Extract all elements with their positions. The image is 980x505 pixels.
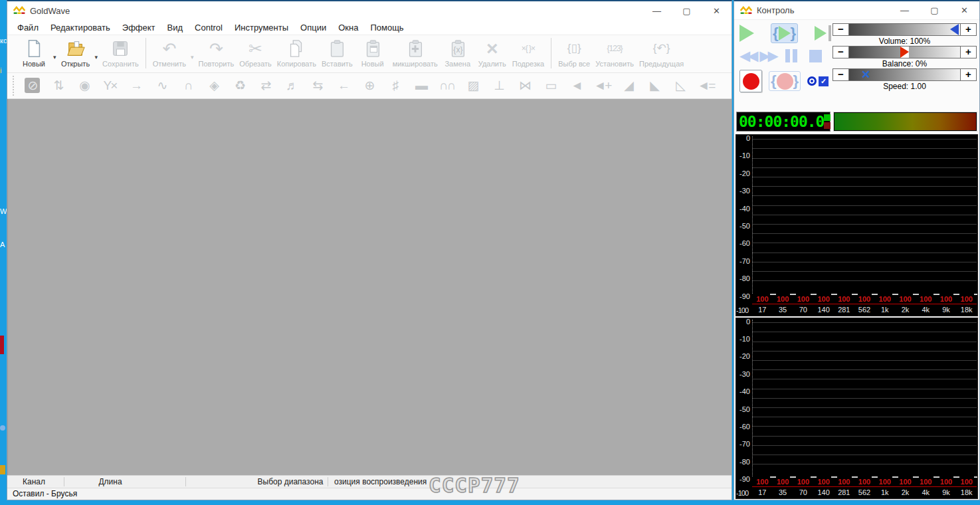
interpolate-icon[interactable]: ⇄ [252, 73, 278, 98]
smoother-icon[interactable]: ▭ [538, 73, 563, 98]
silence-icon[interactable]: ⊥ [486, 73, 512, 98]
rewind-icon[interactable]: ◀◀ [739, 47, 755, 64]
volume-slider: −+Volume: 100% [833, 23, 977, 46]
select-all-button[interactable]: {▯}Выбр все [555, 37, 593, 68]
mix-paste-button[interactable]: микшировать [390, 37, 441, 68]
stop-icon[interactable] [809, 50, 822, 62]
dropdown-arrow-icon[interactable]: ▾ [93, 54, 100, 60]
paste-button[interactable]: Вставить [319, 37, 355, 68]
volume-slider-track[interactable] [849, 23, 960, 36]
volume-slider-thumb[interactable] [950, 24, 959, 35]
menu-item-control[interactable]: Control [189, 21, 229, 35]
frequency-tick-label: 17 [752, 488, 773, 498]
svg-text:{x}: {x} [453, 45, 462, 54]
volume-icon[interactable]: ◄ [563, 73, 589, 98]
maximize-icon[interactable]: ▢ [672, 1, 702, 20]
main-titlebar[interactable]: GoldWave — ▢ ✕ [7, 1, 732, 20]
close-icon[interactable]: ✕ [949, 1, 979, 19]
fast-forward-icon[interactable]: ▶▶ [759, 47, 775, 64]
match-volume-icon[interactable]: ◺ [667, 73, 693, 98]
shift-left-icon[interactable]: ← [330, 73, 356, 98]
save-floppy-button[interactable]: Сохранить [100, 37, 142, 68]
close-icon[interactable]: ✕ [702, 1, 732, 20]
replace-button[interactable]: {x}Замена [441, 37, 475, 68]
menu-item-view[interactable]: Вид [161, 21, 189, 35]
right-brace-icon: } [793, 72, 799, 90]
balance-decrease-button[interactable]: − [833, 46, 849, 58]
new-file-button[interactable]: Новый [17, 37, 51, 68]
mechanize-icon[interactable]: ◈ [201, 73, 227, 98]
volume-decrease-button[interactable]: − [833, 23, 849, 36]
menu-item-file[interactable]: Файл [11, 21, 45, 35]
speed-decrease-button[interactable]: − [833, 68, 849, 81]
delete-button[interactable]: ×Удалить [475, 37, 510, 68]
toolbar-button-label: Замена [444, 60, 470, 68]
trim-button[interactable]: ×{ }×Подрезка [510, 37, 547, 68]
expression-icon[interactable]: Y× [97, 73, 123, 98]
menu-item-tools[interactable]: Инструменты [229, 21, 294, 35]
flanger-icon[interactable]: ∿ [149, 73, 175, 98]
maximize-icon[interactable]: ▢ [920, 1, 949, 19]
cut-scissors-button[interactable]: ✂Обрезать [237, 37, 274, 68]
compressor-icon[interactable]: ▬ [408, 73, 434, 98]
play-icon[interactable] [739, 25, 754, 42]
frequency-tick-label: 9k [936, 305, 957, 315]
record-icon[interactable] [739, 70, 762, 92]
dropdown-arrow-icon[interactable]: ▾ [51, 54, 58, 60]
menu-item-effect[interactable]: Эффект [116, 21, 161, 35]
minimize-icon[interactable]: — [890, 1, 920, 19]
change-volume-icon[interactable]: ◄+ [589, 73, 615, 98]
play-selection-icon[interactable]: { } [771, 23, 798, 43]
gate-icon[interactable]: ∩∩ [434, 73, 460, 98]
toolbar-button-label: Новый [361, 60, 384, 68]
open-folder-button[interactable]: Открыть [58, 37, 93, 68]
disable-effect-icon[interactable]: ⊘ [19, 73, 45, 98]
menu-item-options[interactable]: Опции [294, 21, 332, 35]
redo-button[interactable]: ↷Повторить [196, 37, 237, 68]
speed-slider-thumb[interactable]: ✕ [861, 69, 870, 80]
db-tick-label: 0 [746, 135, 750, 142]
minimize-icon[interactable]: — [642, 1, 672, 20]
peak-hold-tick [974, 476, 978, 478]
adjust-channels-icon[interactable]: ⇅ [45, 73, 71, 98]
paste-new-button[interactable]: Новый [355, 37, 390, 68]
doppler-icon[interactable]: ◉ [71, 73, 97, 98]
record-selection-icon[interactable]: { } [769, 71, 801, 91]
balance-slider-thumb[interactable] [900, 47, 909, 58]
offset-icon[interactable]: → [123, 73, 149, 98]
playlist-score-icon[interactable]: ♬ [278, 73, 304, 98]
speed-increase-button[interactable]: + [960, 68, 977, 81]
previous-selection-button[interactable]: {↶}Предыдущая [637, 37, 686, 68]
reverse-icon[interactable]: ∩ [175, 73, 201, 98]
menu-item-windows[interactable]: Окна [332, 21, 364, 35]
pop-removal-icon[interactable]: ⋈ [512, 73, 538, 98]
pause-icon[interactable] [785, 49, 797, 62]
fade-out-icon[interactable]: ◣ [641, 73, 667, 98]
db-tick-label: -30 [739, 187, 750, 195]
copy-button[interactable]: Копировать [274, 37, 319, 68]
noise-reduction-icon[interactable]: ▨ [460, 73, 486, 98]
set-selection-icon: {123} [603, 37, 626, 59]
control-titlebar[interactable]: Контроль — ▢ ✕ [734, 1, 979, 20]
pitch-icon[interactable]: ⊕ [356, 73, 382, 98]
play-all-icon[interactable] [815, 25, 831, 41]
fade-in-icon[interactable]: ◢ [615, 73, 641, 98]
peak-value: 100 [956, 294, 977, 304]
volume-increase-button[interactable]: + [960, 23, 977, 36]
menu-item-help[interactable]: Помощь [364, 21, 409, 35]
menu-item-edit[interactable]: Редактировать [45, 21, 116, 35]
set-selection-button[interactable]: {123}Установить [593, 37, 637, 68]
exchange-icon[interactable]: ⇆ [304, 73, 330, 98]
toolbar-gripper[interactable] [13, 76, 15, 96]
equalizer-icon[interactable]: ♯ [382, 73, 408, 98]
record-mode-indicator[interactable]: ✓ [807, 76, 829, 86]
volume-shape-icon[interactable]: ◄= [693, 73, 719, 98]
balance-increase-button[interactable]: + [960, 46, 977, 58]
statusbar-column-label: озиция воспроизведения [334, 477, 427, 486]
balance-slider-track[interactable] [849, 46, 960, 58]
statusbar-column-label: Канал [23, 477, 45, 486]
dropdown-arrow-icon[interactable]: ▾ [189, 54, 196, 60]
remix-icon[interactable]: ♻ [227, 73, 252, 98]
speed-slider-track[interactable]: ✕ [849, 68, 960, 81]
undo-button[interactable]: ↶Отменить [150, 37, 189, 68]
